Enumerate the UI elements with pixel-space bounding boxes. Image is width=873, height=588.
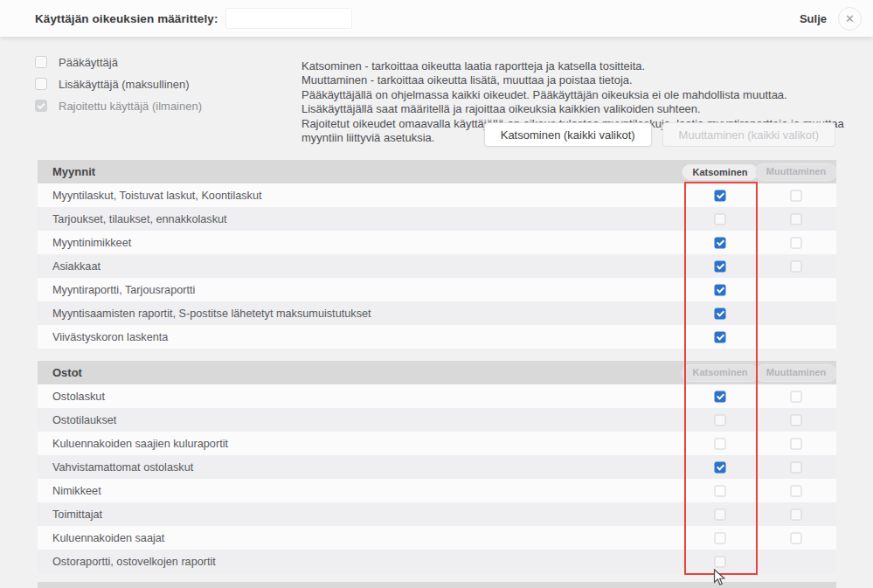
lisakayttaja-checkbox[interactable]	[35, 78, 47, 90]
permission-row: Ostolaskut	[38, 384, 836, 408]
row-label: Vahvistamattomat ostolaskut	[52, 461, 193, 474]
permission-row: Ostoraportti, ostovelkojen raportit	[38, 550, 836, 573]
section-edit-pill[interactable]: Muuttaminen	[755, 163, 837, 181]
view-checkbox[interactable]	[715, 391, 726, 402]
section-edit-pill[interactable]: Muuttaminen	[755, 364, 837, 382]
row-label: Ostotilaukset	[52, 414, 116, 426]
bulk-action-buttons: Katsominen (kaikki valikot) Muuttaminen …	[484, 122, 835, 147]
close-group: Sulje ✕	[800, 7, 862, 31]
view-checkbox[interactable]	[715, 308, 726, 319]
row-label: Kuluennakoiden saajien kuluraportit	[52, 438, 228, 450]
section-myynnit: Myynnit Katsominen Muuttaminen Myyntilas…	[38, 160, 836, 349]
edit-checkbox[interactable]	[791, 391, 802, 402]
permission-row: Toimittajat	[38, 502, 836, 526]
edit-checkbox[interactable]	[791, 414, 802, 425]
permission-row: Myyntiraportti, Tarjousraportti	[38, 278, 836, 301]
edit-checkbox[interactable]	[791, 190, 802, 201]
permission-row: Viivästyskoron laskenta	[38, 325, 836, 349]
view-checkbox[interactable]	[715, 461, 726, 473]
permission-row: Myyntilaskut, Toistuvat laskut, Koontila…	[38, 183, 836, 207]
user-type-label: Pääkäyttäjä	[59, 56, 118, 69]
view-all-menus-button[interactable]: Katsominen (kaikki valikot)	[484, 122, 652, 147]
permission-row: Nimikkeet	[38, 479, 836, 502]
dialog-header: Käyttäjän oikeuksien määrittely: Sulje ✕	[0, 0, 873, 37]
edit-all-menus-button[interactable]: Muuttaminen (kaikki valikot)	[662, 122, 835, 147]
description-line: Pääkäyttäjällä on ohjelmassa kaikki oike…	[301, 88, 870, 102]
description-line: Katsominen - tarkoittaa oikeutta laatia …	[301, 59, 870, 73]
row-label: Ostolaskut	[52, 391, 105, 403]
permission-row: Kuluennakoiden saajat	[38, 526, 836, 550]
section-view-pill[interactable]: Katsominen	[682, 164, 759, 180]
close-label[interactable]: Sulje	[800, 12, 827, 25]
row-label: Myyntisaamisten raportit, S-postitse läh…	[52, 308, 371, 320]
row-label: Myyntiraportti, Tarjousraportti	[52, 284, 195, 296]
view-checkbox[interactable]	[715, 414, 726, 425]
edit-checkbox[interactable]	[791, 532, 802, 543]
section-view-pill[interactable]: Katsominen	[682, 364, 759, 382]
permission-row: Tarjoukset, tilaukset, ennakkolaskut	[38, 207, 836, 231]
user-type-label: Lisäkäyttäjä (maksullinen)	[59, 78, 190, 91]
view-checkbox[interactable]	[715, 213, 726, 225]
row-label: Nimikkeet	[52, 485, 101, 497]
close-button[interactable]: ✕	[838, 7, 862, 31]
edit-checkbox[interactable]	[791, 485, 802, 496]
view-checkbox[interactable]	[715, 190, 726, 201]
permission-row: Kuluennakoiden saajien kuluraportit	[38, 432, 836, 455]
description-line: Muuttaminen - tarkoittaa oikeutta lisätä…	[301, 73, 870, 87]
view-checkbox[interactable]	[715, 237, 726, 248]
row-label: Ostoraportti, ostovelkojen raportit	[52, 556, 216, 568]
close-icon: ✕	[845, 12, 855, 25]
description-line: Lisäkäyttäjällä saat määritellä ja rajoi…	[301, 102, 870, 116]
permission-row: Asiakkaat	[38, 254, 836, 278]
view-checkbox[interactable]	[715, 438, 726, 449]
permission-row: Ostotilaukset	[38, 408, 836, 432]
row-label: Viivästyskoron laskenta	[52, 331, 168, 343]
edit-checkbox[interactable]	[791, 508, 802, 520]
row-label: Kuluennakoiden saajat	[52, 532, 164, 544]
section-title: Myynnit	[52, 165, 95, 178]
view-checkbox[interactable]	[715, 485, 726, 496]
section-header: Myynnit Katsominen Muuttaminen	[38, 160, 836, 183]
section-title: Ostot	[52, 366, 82, 379]
rajoitettu-checkbox	[35, 100, 47, 112]
view-checkbox[interactable]	[715, 331, 726, 342]
permission-row: Myyntinimikkeet	[38, 231, 836, 254]
edit-checkbox[interactable]	[791, 213, 802, 225]
section-ostot: Ostot Katsominen Muuttaminen Ostolaskut …	[38, 361, 836, 573]
view-checkbox[interactable]	[715, 508, 726, 520]
user-type-option-paakayttaja[interactable]: Pääkäyttäjä	[35, 56, 202, 68]
permission-row: Myyntisaamisten raportit, S-postitse läh…	[38, 301, 836, 325]
paakayttaja-checkbox[interactable]	[35, 56, 47, 68]
user-name-input[interactable]	[225, 8, 352, 29]
view-checkbox[interactable]	[715, 556, 726, 567]
edit-checkbox[interactable]	[791, 438, 802, 449]
row-label: Myyntinimikkeet	[52, 237, 131, 249]
row-label: Tarjoukset, tilaukset, ennakkolaskut	[52, 213, 227, 225]
dialog-title: Käyttäjän oikeuksien määrittely:	[35, 12, 218, 25]
edit-checkbox[interactable]	[791, 237, 802, 248]
row-label: Toimittajat	[52, 508, 102, 521]
user-type-label: Rajoitettu käyttäjä (ilmainen)	[59, 100, 202, 113]
section-header: Ostot Katsominen Muuttaminen	[38, 361, 836, 384]
view-checkbox[interactable]	[715, 532, 726, 543]
row-label: Asiakkaat	[52, 260, 100, 273]
user-type-option-rajoitettu[interactable]: Rajoitettu käyttäjä (ilmainen)	[35, 100, 202, 112]
user-type-option-lisakayttaja[interactable]: Lisäkäyttäjä (maksullinen)	[35, 78, 202, 90]
edit-checkbox[interactable]	[791, 461, 802, 473]
view-checkbox[interactable]	[715, 260, 726, 272]
row-label: Myyntilaskut, Toistuvat laskut, Koontila…	[52, 190, 262, 202]
edit-checkbox[interactable]	[791, 260, 802, 272]
next-section-header-partial	[38, 582, 836, 588]
user-type-options: Pääkäyttäjä Lisäkäyttäjä (maksullinen) R…	[35, 56, 202, 121]
permission-row: Vahvistamattomat ostolaskut	[38, 455, 836, 479]
view-checkbox[interactable]	[715, 284, 726, 295]
